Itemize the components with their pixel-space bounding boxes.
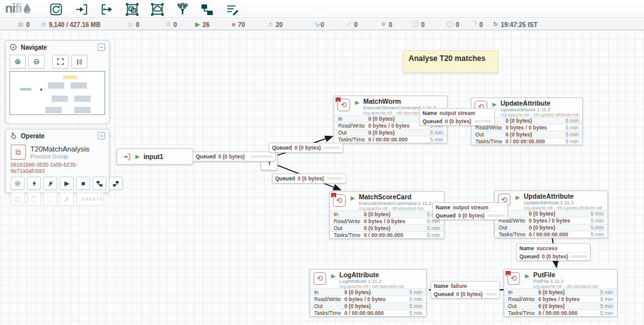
queued-value: 0 (0 bytes) bbox=[445, 118, 472, 124]
paste-button[interactable] bbox=[27, 192, 41, 206]
stat-window: 5 min bbox=[590, 218, 604, 224]
birdseye-minimap[interactable] bbox=[9, 71, 105, 115]
minimap-node-processor bbox=[71, 82, 87, 89]
queued-value: 0 (0 bytes) bbox=[298, 175, 324, 182]
connection-label-input1-funnel[interactable]: Queued0 (0 bytes) bbox=[193, 151, 276, 162]
queue-size-bar bbox=[251, 155, 273, 158]
connection-label-output-stream-1[interactable]: Nameoutput stream Queued0 (0 bytes) bbox=[419, 108, 495, 126]
stat-value: 0 / 00:00:00.000 bbox=[344, 310, 409, 316]
logo-text-ni: ni bbox=[5, 1, 15, 16]
change-color-button[interactable] bbox=[60, 192, 74, 206]
processor-logattribute[interactable]: ⟲ ▶ LogAttribute LogAttribute 1.11.2 org… bbox=[310, 269, 427, 317]
running-count: 26 bbox=[203, 21, 210, 28]
flow-canvas[interactable]: Analyse T20 matches ▶ input1 ⟲ ▶ MatchWo… bbox=[0, 30, 644, 325]
running-state-icon: ▶ bbox=[492, 101, 497, 107]
name-value: output stream bbox=[453, 204, 489, 211]
stat-value: 0 (0 bytes) bbox=[538, 289, 600, 295]
stat-window: 5 min bbox=[430, 136, 443, 143]
funnel-tool-icon[interactable] bbox=[174, 1, 191, 17]
connection-label-success[interactable]: Namesuccess Queued0 (0 bytes) bbox=[516, 243, 590, 261]
disabled-icon: ϟ bbox=[315, 21, 318, 28]
stat-key: Out bbox=[508, 303, 538, 309]
connection-label-output-stream-2[interactable]: Nameoutput stream Queued0 (0 bytes) bbox=[432, 202, 508, 220]
canvas-label-note[interactable]: Analyse T20 matches bbox=[403, 50, 499, 73]
zoom-fit-button[interactable] bbox=[52, 55, 69, 69]
stat-window: 5 min bbox=[590, 231, 604, 238]
stat-row: Out0 (0 bytes)5 min bbox=[330, 224, 444, 231]
processor-matchscorecard[interactable]: ⟲ ▶ MatchScoreCard ExecuteStreamCommand … bbox=[329, 191, 444, 239]
stat-key: Tasks/Time bbox=[508, 310, 538, 316]
copy-button[interactable] bbox=[11, 192, 25, 206]
enable-button[interactable] bbox=[27, 177, 41, 190]
nifi-logo: nifi bbox=[5, 1, 33, 16]
app-toolbar: nifi bbox=[0, 0, 644, 18]
queue-size-bar bbox=[474, 120, 492, 123]
running-state-icon: ▶ bbox=[355, 99, 359, 106]
locally-modified-stale-icon: ! bbox=[447, 21, 453, 28]
processor-type: UpdateAttribute 1.11.2 bbox=[500, 107, 580, 113]
process-group-tool-icon[interactable] bbox=[124, 1, 140, 17]
collapse-operate-button[interactable]: − bbox=[98, 132, 105, 140]
stat-window: 5 min bbox=[427, 232, 440, 238]
stat-row: Read/Write0 bytes / 0 bytes5 min bbox=[310, 295, 426, 302]
name-value: output stream bbox=[439, 110, 475, 116]
label-tool-icon[interactable] bbox=[224, 1, 240, 17]
refresh-icon[interactable]: ↻ bbox=[493, 21, 498, 28]
stat-value: 0 / 00:00:00.000 bbox=[364, 232, 427, 238]
configure-button[interactable] bbox=[11, 177, 25, 190]
start-button[interactable]: ▶ bbox=[60, 177, 74, 190]
note-text: Analyse T20 matches bbox=[409, 54, 485, 63]
delete-button[interactable]: DELETE bbox=[76, 192, 104, 206]
processor-icon: ⟲ bbox=[314, 272, 326, 285]
processor-tool-icon[interactable] bbox=[48, 1, 64, 17]
input-port-tool-icon[interactable] bbox=[74, 1, 90, 17]
minimap-node-label bbox=[63, 75, 77, 79]
selected-component-type: Process Group bbox=[30, 153, 89, 160]
connection-label-funnel-matchworm[interactable]: Queued0 (0 bytes) bbox=[269, 143, 343, 153]
processor-updateattribute-2[interactable]: ⟲ ▶ UpdateAttribute UpdateAttribute 1.11… bbox=[494, 190, 608, 238]
input-port-input1[interactable]: ▶ input1 bbox=[116, 148, 193, 165]
stale-icon: ↑ bbox=[412, 21, 419, 28]
minimap-node-processor bbox=[74, 96, 91, 102]
zoom-out-button[interactable]: ⊖ bbox=[28, 55, 45, 69]
create-template-button[interactable] bbox=[93, 177, 106, 190]
template-tool-icon[interactable] bbox=[199, 1, 215, 17]
stop-button[interactable]: ■ bbox=[76, 177, 90, 190]
connection-label-failure[interactable]: Namefailure Queued0 (0 bytes) bbox=[431, 281, 500, 299]
connection-label-funnel-matchscorecard[interactable]: Queued0 (0 bytes) bbox=[272, 174, 346, 184]
stat-value: 0 (0 bytes) bbox=[529, 211, 590, 217]
collapse-navigate-button[interactable]: − bbox=[98, 43, 105, 51]
remote-process-group-tool-icon[interactable] bbox=[149, 1, 166, 17]
stat-window: 5 min bbox=[409, 296, 422, 302]
stat-row: Out0 (0 bytes)5 min bbox=[495, 224, 607, 231]
queued-key: Queued bbox=[422, 118, 443, 124]
stat-key: In bbox=[338, 116, 368, 122]
processor-name: LogAttribute bbox=[339, 272, 424, 278]
zoom-actual-button[interactable]: |:| bbox=[71, 55, 88, 69]
stat-row: Tasks/Time0 / 00:00:00.0005 min bbox=[334, 136, 447, 143]
stat-window: 5 min bbox=[565, 124, 579, 131]
queued-value: 0 (0 bytes) bbox=[458, 212, 485, 219]
stat-row: Read/Write0 bytes / 0 bytes5 min bbox=[504, 295, 617, 302]
stat-value: 0 (0 bytes) bbox=[364, 225, 427, 231]
processor-type: LogAttribute 1.11.2 bbox=[339, 278, 424, 284]
stat-row: Tasks/Time0 / 00:00:00.0005 min bbox=[310, 309, 426, 316]
upload-template-button[interactable] bbox=[109, 177, 123, 190]
output-port-tool-icon[interactable] bbox=[99, 1, 115, 17]
processor-name: UpdateAttribute bbox=[524, 193, 605, 200]
group-button[interactable] bbox=[43, 192, 57, 206]
operate-panel-title: Operate bbox=[21, 133, 45, 140]
disable-button[interactable] bbox=[43, 177, 57, 190]
queued-icon: ≣ bbox=[41, 21, 46, 28]
zoom-in-button[interactable]: ⊕ bbox=[9, 55, 26, 69]
stat-window: 5 min bbox=[565, 138, 579, 145]
operate-panel: Operate − ⧉ T20MatchAnalysis Process Gro… bbox=[5, 129, 110, 193]
locally-modified-stale-count: 0 bbox=[456, 21, 460, 28]
input-port-icon bbox=[122, 152, 132, 162]
stat-value: 0 (0 bytes) bbox=[344, 303, 409, 309]
transmitting-icon: ◎ bbox=[128, 21, 133, 28]
not-transmitting-icon: ⊘ bbox=[166, 21, 171, 28]
processor-putfile[interactable]: ⟲ ▶ PutFile PutFile 1.11.2 org.apache.ni… bbox=[504, 269, 618, 317]
queue-size-bar bbox=[487, 214, 505, 217]
stat-window: 5 min bbox=[409, 310, 422, 316]
